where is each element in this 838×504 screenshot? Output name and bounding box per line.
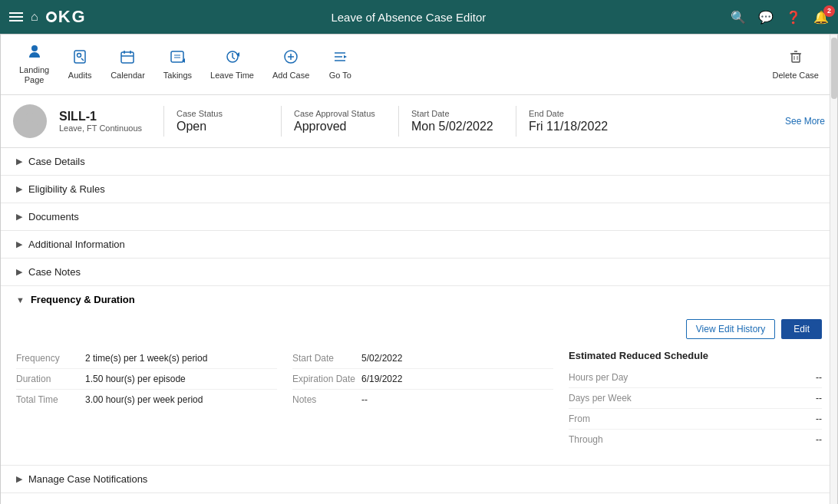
case-status-label: Case Status xyxy=(177,109,269,118)
notes-label: Notes xyxy=(292,394,361,405)
manage-notifications-header[interactable]: ▶ Manage Case Notifications xyxy=(1,466,837,492)
hours-per-day-label: Hours per Day xyxy=(569,372,628,383)
hamburger-menu[interactable] xyxy=(9,12,23,21)
additional-info-header[interactable]: ▶ Additional Information xyxy=(1,231,837,258)
frequency-duration-section: ▼ Frequency & Duration View Edit History… xyxy=(1,286,837,466)
additional-info-section: ▶ Additional Information xyxy=(1,231,837,259)
eligibility-rules-header[interactable]: ▶ Eligibility & Rules xyxy=(1,176,837,203)
add-case-button[interactable]: Add Case xyxy=(266,46,315,84)
approval-status-value: Approved xyxy=(294,120,386,133)
case-notes-title: Case Notes xyxy=(28,266,81,278)
calendar-label: Calendar xyxy=(111,71,145,81)
documents-section: ▶ Documents xyxy=(1,203,837,231)
calendar-icon xyxy=(120,49,135,68)
top-nav: ⌂ KG Leave of Absence Case Editor 🔍 💬 ❓ … xyxy=(0,0,838,34)
go-to-label: Go To xyxy=(329,71,351,81)
notes-value: -- xyxy=(361,394,368,405)
approval-status-field: Case Approval Status Approved xyxy=(294,109,386,133)
landing-page-button[interactable]: LandingPage xyxy=(13,41,55,88)
calendar-button[interactable]: Calendar xyxy=(104,46,151,84)
case-divider-4 xyxy=(516,106,516,137)
svg-marker-22 xyxy=(344,55,347,58)
landing-page-icon xyxy=(27,44,42,63)
chevron-down-icon: ▼ xyxy=(16,295,25,305)
audits-button[interactable]: Audits xyxy=(61,46,98,84)
svg-rect-4 xyxy=(121,52,134,63)
chevron-right-icon: ▶ xyxy=(16,267,22,277)
from-label: From xyxy=(569,413,590,424)
scroll-thumb xyxy=(831,38,837,99)
start-date-value: 5/02/2022 xyxy=(361,353,402,364)
through-label: Through xyxy=(569,434,603,445)
leave-time-icon xyxy=(225,49,240,68)
home-icon[interactable]: ⌂ xyxy=(31,10,38,24)
freq-right-col: Estimated Reduced Schedule Hours per Day… xyxy=(553,348,822,450)
days-per-week-label: Days per Week xyxy=(569,393,632,404)
case-id: SILL-1 xyxy=(59,110,151,124)
delete-case-button[interactable]: Delete Case xyxy=(766,46,825,84)
chevron-right-icon: ▶ xyxy=(16,184,22,194)
ukg-logo: KG xyxy=(46,7,87,27)
search-icon[interactable]: 🔍 xyxy=(731,10,746,25)
frequency-row: Frequency 2 time(s) per 1 week(s) period xyxy=(16,348,277,369)
total-time-row: Total Time 3.00 hour(s) per week period xyxy=(16,390,277,410)
case-sub: Leave, FT Continuous xyxy=(59,124,151,133)
notes-row: Notes -- xyxy=(292,390,553,410)
case-notes-header[interactable]: ▶ Case Notes xyxy=(1,259,837,285)
duration-value: 1.50 hour(s) per episode xyxy=(85,374,186,384)
expiration-date-row: Expiration Date 6/19/2022 xyxy=(292,369,553,390)
chevron-right-icon: ▶ xyxy=(16,239,22,249)
help-icon[interactable]: ❓ xyxy=(786,10,801,25)
case-divider-3 xyxy=(398,106,399,137)
toolbar: LandingPage Audits Calendar Takings xyxy=(1,35,837,95)
start-date-label: Start Date xyxy=(292,353,361,364)
chevron-right-icon: ▶ xyxy=(16,474,22,484)
case-header: SILL-1 Leave, FT Continuous Case Status … xyxy=(1,95,837,148)
frequency-value: 2 time(s) per 1 week(s) period xyxy=(85,353,207,364)
add-case-icon xyxy=(283,49,299,68)
expiration-date-value: 6/19/2022 xyxy=(361,374,402,384)
eligibility-rules-title: Eligibility & Rules xyxy=(28,183,105,195)
takings-button[interactable]: Takings xyxy=(157,46,198,84)
start-date-value: Mon 5/02/2022 xyxy=(411,120,503,133)
scrollbar[interactable] xyxy=(830,35,837,504)
view-edit-history-button[interactable]: View Edit History xyxy=(686,319,775,339)
go-to-icon xyxy=(332,49,348,68)
from-value: -- xyxy=(816,413,822,424)
case-details-header[interactable]: ▶ Case Details xyxy=(1,148,837,175)
landing-page-label: LandingPage xyxy=(19,65,49,85)
takings-icon xyxy=(170,49,185,68)
go-to-button[interactable]: Go To xyxy=(322,46,358,84)
frequency-content: Frequency 2 time(s) per 1 week(s) period… xyxy=(1,342,837,465)
delete-case-label: Delete Case xyxy=(772,71,819,81)
notifications-icon[interactable]: 🔔 2 xyxy=(813,10,829,25)
duration-label: Duration xyxy=(16,374,85,384)
days-per-week-row: Days per Week -- xyxy=(569,388,822,409)
freq-mid-col: Start Date 5/02/2022 Expiration Date 6/1… xyxy=(277,348,553,450)
audits-icon xyxy=(72,49,87,68)
messages-icon[interactable]: 💬 xyxy=(758,10,774,25)
audits-label: Audits xyxy=(68,71,92,81)
from-row: From -- xyxy=(569,409,822,430)
chevron-right-icon: ▶ xyxy=(16,156,22,166)
days-per-week-value: -- xyxy=(816,393,822,404)
frequency-duration-header[interactable]: ▼ Frequency & Duration xyxy=(1,286,837,313)
svg-rect-8 xyxy=(171,51,183,62)
approval-status-label: Case Approval Status xyxy=(294,109,386,118)
svg-point-0 xyxy=(31,45,38,51)
edit-button[interactable]: Edit xyxy=(781,319,822,339)
avatar xyxy=(13,104,47,138)
add-case-label: Add Case xyxy=(272,71,309,81)
case-status-value: Open xyxy=(177,120,269,133)
svg-rect-23 xyxy=(792,54,800,62)
end-date-field: End Date Fri 11/18/2022 xyxy=(529,109,621,133)
through-value: -- xyxy=(816,434,822,445)
see-more-link[interactable]: See More xyxy=(785,116,825,127)
leave-time-button[interactable]: Leave Time xyxy=(204,46,260,84)
svg-point-28 xyxy=(25,113,35,122)
end-date-label: End Date xyxy=(529,109,621,118)
takings-label: Takings xyxy=(163,71,192,81)
documents-header[interactable]: ▶ Documents xyxy=(1,203,837,230)
case-divider xyxy=(163,106,164,137)
case-divider-2 xyxy=(281,106,282,137)
